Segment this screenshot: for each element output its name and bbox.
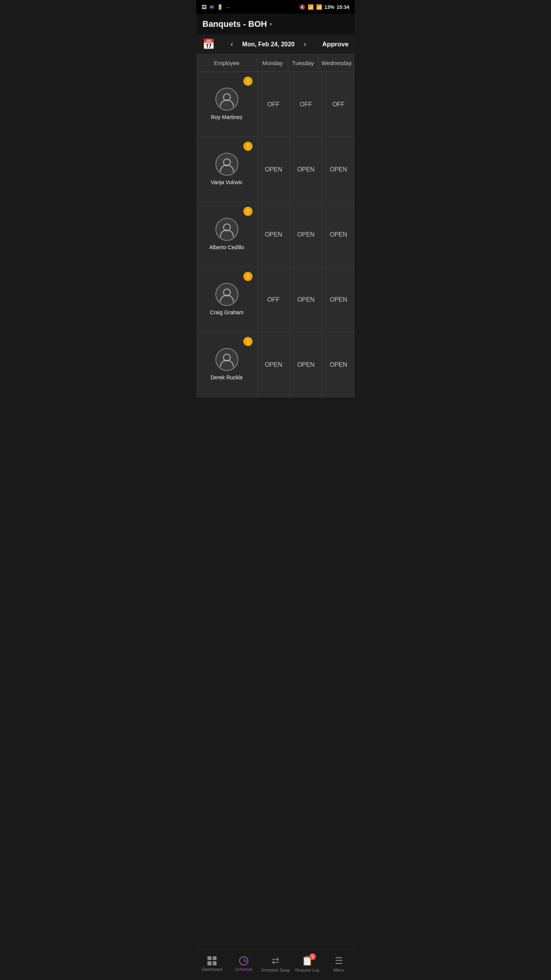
nav-dashboard[interactable]: Dashboard xyxy=(196,956,228,972)
photo-icon: 🖼 xyxy=(202,4,207,10)
approve-button[interactable]: Approve xyxy=(322,41,349,48)
schedule-grid: Employee Monday Tuesday Wednesday ! Roy … xyxy=(196,54,355,949)
date-navigation: 📅 ‹ Mon, Feb 24, 2020 › Approve xyxy=(196,34,355,54)
header-employee: Employee xyxy=(196,54,258,72)
schedule-cell-tuesday[interactable]: OFF xyxy=(290,72,323,137)
app-header: Banquets - BOH ▾ xyxy=(196,14,355,34)
schedule-cell-monday[interactable]: OFF xyxy=(258,72,290,137)
battery-percent: 13% xyxy=(324,4,334,10)
next-date-button[interactable]: › xyxy=(301,39,309,50)
schedule-cell-wednesday[interactable]: OPEN xyxy=(322,332,355,397)
schedule-cell-tuesday[interactable]: OPEN xyxy=(290,332,323,397)
header-wednesday: Wednesday xyxy=(318,54,355,72)
grid-header: Employee Monday Tuesday Wednesday xyxy=(196,54,355,72)
wifi-icon: 📶 xyxy=(308,4,314,10)
nav-menu-label: Menu xyxy=(334,968,344,972)
nav-request-log-label: Request Log xyxy=(295,968,319,972)
schedule-cell-tuesday[interactable]: OPEN xyxy=(290,137,323,202)
nav-request-log[interactable]: 📋 5 Request Log xyxy=(291,956,323,972)
employee-cell[interactable]: ! Craig Graham xyxy=(196,267,258,332)
mute-icon: 🔇 xyxy=(299,4,305,10)
nav-schedule-swap-label: Schedule Swap xyxy=(261,968,290,972)
employee-name: Derek Ruckle xyxy=(210,374,243,381)
table-row[interactable]: ! Roy MartinezOFFOFFOFF xyxy=(196,72,355,137)
warning-badge: ! xyxy=(243,337,253,346)
employee-name: Roy Martinez xyxy=(211,114,242,121)
employee-name: Vanja Vulovic xyxy=(211,179,243,186)
status-bar-left: 🖼 ✉ 🔋 ··· xyxy=(202,4,230,10)
warning-badge: ! xyxy=(243,207,253,216)
current-date: Mon, Feb 24, 2020 xyxy=(242,41,295,48)
table-row[interactable]: ! Alberto CedilloOPENOPENOPEN xyxy=(196,202,355,267)
schedule-cell-tuesday[interactable]: OPEN xyxy=(290,267,323,332)
nav-menu[interactable]: ☰ Menu xyxy=(323,956,355,972)
battery-icon: 🔋 xyxy=(217,4,223,10)
schedule-cell-tuesday[interactable]: OPEN xyxy=(290,202,323,267)
warning-badge: ! xyxy=(243,142,253,151)
avatar xyxy=(215,88,238,111)
email-icon: ✉ xyxy=(210,4,214,10)
more-icon: ··· xyxy=(226,4,230,10)
date-nav-left: 📅 xyxy=(202,38,215,50)
schedule-cell-wednesday[interactable]: OPEN xyxy=(322,137,355,202)
schedule-icon xyxy=(239,956,248,965)
nav-dashboard-label: Dashboard xyxy=(202,967,222,972)
warning-badge: ! xyxy=(243,272,253,281)
warning-badge: ! xyxy=(243,77,253,86)
header-title: Banquets - BOH xyxy=(202,19,267,29)
schedule-cell-monday[interactable]: OFF xyxy=(258,267,290,332)
schedule-swap-icon: ⇄ xyxy=(272,956,279,966)
nav-schedule[interactable]: Schedule xyxy=(228,956,260,972)
table-row[interactable]: ! Derek RuckleOPENOPENOPEN xyxy=(196,332,355,397)
request-log-badge-container: 📋 5 xyxy=(302,956,313,966)
schedule-cell-wednesday[interactable]: OFF xyxy=(322,72,355,137)
time-display: 15:34 xyxy=(337,4,349,10)
schedule-cell-wednesday[interactable]: OPEN xyxy=(322,202,355,267)
schedule-cell-monday[interactable]: OPEN xyxy=(258,137,290,202)
avatar xyxy=(215,218,238,241)
bottom-nav: Dashboard Schedule ⇄ Schedule Swap 📋 5 R… xyxy=(196,949,355,980)
schedule-cell-monday[interactable]: OPEN xyxy=(258,332,290,397)
employee-name: Craig Graham xyxy=(210,309,244,316)
signal-bars: 📶 xyxy=(316,4,322,10)
employee-cell[interactable]: ! Derek Ruckle xyxy=(196,332,258,397)
avatar xyxy=(215,153,238,176)
employee-cell[interactable]: ! Vanja Vulovic xyxy=(196,137,258,202)
table-row[interactable]: ! Craig GrahamOFFOPENOPEN xyxy=(196,267,355,332)
nav-schedule-label: Schedule xyxy=(235,967,253,972)
calendar-icon[interactable]: 📅 xyxy=(202,38,215,50)
employee-cell[interactable]: ! Alberto Cedillo xyxy=(196,202,258,267)
employee-name: Alberto Cedillo xyxy=(209,244,244,251)
menu-icon: ☰ xyxy=(335,956,343,966)
avatar xyxy=(215,348,238,371)
header-tuesday: Tuesday xyxy=(288,54,319,72)
schedule-cell-wednesday[interactable]: OPEN xyxy=(322,267,355,332)
schedule-cell-monday[interactable]: OPEN xyxy=(258,202,290,267)
nav-schedule-swap[interactable]: ⇄ Schedule Swap xyxy=(260,956,292,972)
dashboard-icon xyxy=(207,956,217,965)
header-chevron-icon: ▾ xyxy=(269,21,272,27)
grid-rows: ! Roy MartinezOFFOFFOFF! Vanja VulovicOP… xyxy=(196,72,355,397)
employee-cell[interactable]: ! Roy Martinez xyxy=(196,72,258,137)
table-row[interactable]: ! Vanja VulovicOPENOPENOPEN xyxy=(196,137,355,202)
prev-date-button[interactable]: ‹ xyxy=(228,39,236,50)
status-bar-right: 🔇 📶 📶 13% 15:34 xyxy=(299,4,349,10)
request-log-badge: 5 xyxy=(309,953,316,960)
date-nav-center: ‹ Mon, Feb 24, 2020 › xyxy=(228,39,309,50)
header-monday: Monday xyxy=(258,54,288,72)
avatar xyxy=(215,283,238,306)
status-bar: 🖼 ✉ 🔋 ··· 🔇 📶 📶 13% 15:34 xyxy=(196,0,355,14)
